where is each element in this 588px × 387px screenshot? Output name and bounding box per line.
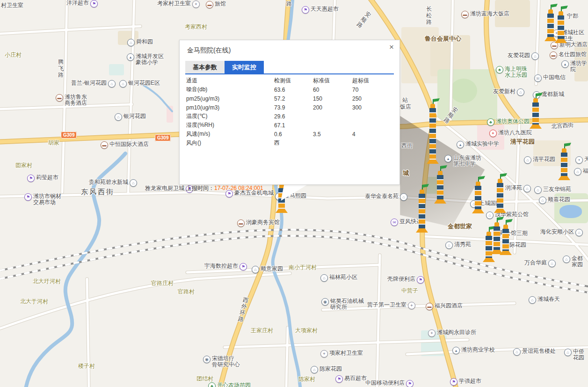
station-marker[interactable] <box>416 184 428 233</box>
tab-realtime-monitor[interactable]: 实时监控 <box>225 61 264 73</box>
map-label: ⌂景谊苑售楼处 <box>513 348 556 356</box>
map-label: ▴潍坊商业学校 <box>452 347 495 354</box>
hotel-bed-icon: ▬ <box>237 219 245 227</box>
building-icon: ⌂ <box>130 179 137 187</box>
map-label-text: 中国移动便利店 <box>365 380 405 386</box>
map-label-text: 营子第一卫生室 <box>367 302 407 308</box>
map-label: ⚑潍坊市钢材 交易市场 <box>24 193 61 205</box>
map-label-text: 考家西村 <box>185 24 207 30</box>
shop-flag-icon: ⚑ <box>450 378 457 386</box>
map-label-text: 鲁台会展中心 <box>425 36 461 42</box>
map-label: ⌂三友华锦苑 <box>534 186 571 194</box>
station-marker[interactable] <box>494 173 506 213</box>
table-row: 噪音(db)63.66070 <box>186 85 394 94</box>
map-label: 楼子村 <box>78 363 95 369</box>
tower-cap <box>420 190 424 194</box>
building-icon: ⌂ <box>529 296 536 304</box>
tower-cap <box>559 11 563 15</box>
map-label: +潍坊八九医院 <box>489 130 532 137</box>
map-canvas[interactable]: 村卫生室洋洋超市⚑考家村卫生室+▬旅馆⚑天天惠超市考家西村路安顺路长松路▬潍坊蓝… <box>0 0 588 387</box>
station-marker[interactable] <box>500 219 512 255</box>
map-label-text: 舜和园 <box>136 39 153 45</box>
building-icon: ⌂ <box>524 156 531 164</box>
map-label: ▬中恒国际大酒店 <box>101 141 149 149</box>
building-icon: ⌂ <box>108 80 116 88</box>
table-cell: 0.6 <box>274 130 313 139</box>
building-icon: ⌂ <box>563 256 570 263</box>
map-label-text: 潍坊奥体公园 <box>496 118 530 124</box>
building-icon: ⌂ <box>534 186 542 194</box>
map-label: ♣开心农场苗园 <box>208 382 251 387</box>
map-label: 润泽苑⌂ <box>505 185 531 192</box>
map-label-text: 顺意家园 <box>261 266 283 272</box>
tower-base <box>427 160 439 164</box>
station-marker[interactable] <box>558 143 570 180</box>
map-label-text: 潍坊八九医院 <box>498 130 532 136</box>
map-label: ▴潍坊学院 <box>561 60 588 73</box>
map-label-text: 潍城春天 <box>537 296 560 302</box>
building-icon: ⌂ <box>252 266 259 273</box>
map-label-text: 易百超市 <box>344 375 367 381</box>
map-label-text: 中侨花园 <box>573 349 588 361</box>
school-icon: ▴ <box>127 53 134 61</box>
map-label-text: 中营子 <box>401 288 418 294</box>
map-label: ⚑易百超市 <box>335 375 367 383</box>
close-icon[interactable]: × <box>389 43 394 51</box>
map-label: ◉铭昊石油机械 研究所 <box>321 298 364 310</box>
station-marker[interactable] <box>555 6 567 43</box>
table-cell: 4 <box>352 130 394 139</box>
map-label: ◉宋德培疗 骨研究中心 <box>203 356 240 368</box>
building-icon: ⌂ <box>539 197 546 204</box>
tower-cap <box>476 182 480 186</box>
map-label: ▬潍坊鲁东 商务酒店 <box>56 94 87 106</box>
table-cell: 风向() <box>186 139 274 147</box>
map-label-text: 三友华锦苑 <box>543 186 571 192</box>
road-badge: G309 <box>61 131 77 139</box>
tower-body <box>532 102 539 125</box>
map-label: 路 <box>286 0 293 7</box>
map-label: 金都世家 <box>448 223 472 229</box>
map-label: 团结村 <box>196 376 213 382</box>
map-label-text: 山东省潍坊 第七中学 <box>453 155 481 167</box>
station-marker[interactable] <box>434 165 446 204</box>
green-flag-icon <box>565 143 571 148</box>
tower-body <box>502 229 509 251</box>
phone-icon: ☏ <box>534 74 542 82</box>
hotel-bed-icon: ▬ <box>56 94 63 102</box>
tower-body <box>558 15 564 39</box>
table-row: 风速(m/s)0.63.54 <box>186 130 394 139</box>
map-label: ⚑天天惠超市 <box>302 6 339 14</box>
map-label: 营子第一卫生室+ <box>367 302 415 309</box>
table-cell: 湿度(%RH) <box>186 121 274 130</box>
station-marker[interactable] <box>530 93 542 129</box>
map-label-text: 胡家 <box>48 140 59 146</box>
table-row: 湿度(%RH)67.1 <box>186 121 394 130</box>
tower-body <box>547 14 554 37</box>
table-row: pm25(ug/m3)57.2150250 <box>186 94 394 103</box>
map-label-text: 福林苑小区 <box>329 274 357 280</box>
tower-base <box>276 209 288 213</box>
tower-cap <box>430 104 435 108</box>
map-label: 万合华庭⌂ <box>524 260 556 267</box>
map-label: 宇海数控超市⚑ <box>204 263 247 270</box>
map-label: ⌂舜和园 <box>127 39 153 46</box>
station-marker[interactable] <box>427 98 439 164</box>
building-icon: ⌂ <box>513 348 521 356</box>
map-label-text: 金都家园 <box>572 256 588 268</box>
tower-base <box>500 251 512 255</box>
tab-basic-params[interactable]: 基本参数 <box>185 61 225 73</box>
table-cell: 150 <box>313 94 352 103</box>
building-icon: ⌂ <box>517 88 524 96</box>
map-label: ⚑学强超市 <box>450 378 481 386</box>
map-label: 陈家村 <box>298 376 315 382</box>
map-label: ⌂清平花园 <box>524 156 555 164</box>
table-cell <box>313 121 352 130</box>
table-cell <box>313 112 352 121</box>
station-marker[interactable] <box>472 176 484 213</box>
tower-base <box>494 209 506 213</box>
map-label: ♣潍坊奥体公园 <box>487 118 530 126</box>
tower-base <box>472 209 484 213</box>
map-label-text: 润泽苑 <box>505 185 522 191</box>
table-cell: 3.5 <box>313 130 352 139</box>
table-cell <box>313 139 352 147</box>
